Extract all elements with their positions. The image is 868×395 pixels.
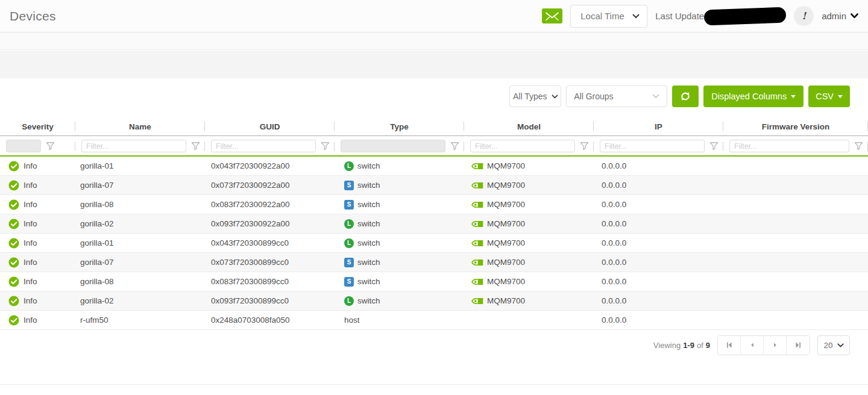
model-cell: MQM9700 [464,291,594,310]
severity-cell: Info [0,214,75,233]
check-circle-icon [8,296,19,306]
nvidia-logo-icon [471,278,483,286]
page-title: Devices [10,9,56,23]
spine-badge: S [344,181,354,190]
column-header-ip[interactable]: IP [594,117,723,135]
filter-cell-ip [594,137,723,155]
ip-cell: 0.0.0.0 [594,176,723,194]
csv-export-button[interactable]: CSV [808,86,850,107]
user-menu[interactable]: admin [822,11,858,21]
check-circle-icon [8,276,19,287]
ip-filter-input[interactable] [600,140,705,152]
column-header-type[interactable]: Type [335,117,464,135]
page-size-select[interactable]: 20 [817,335,850,355]
csv-label: CSV [816,92,834,101]
next-page-button[interactable] [764,336,787,355]
type-filter-value: All Types [513,92,547,101]
name-filter-input[interactable] [81,140,186,152]
displayed-columns-button[interactable]: Displayed Columns [703,86,804,107]
guid-cell: 0x043f720300922a00 [205,157,335,175]
ip-cell: 0.0.0.0 [594,234,723,252]
column-header-severity[interactable]: Severity [0,117,75,135]
first-page-button[interactable] [718,336,741,355]
device-row[interactable]: Infogorilla-020x093f720300899cc0LswitchM… [0,291,868,311]
mail-button[interactable] [542,8,562,23]
type-filter-select[interactable]: All Types [509,86,561,107]
column-header-firmware[interactable]: Firmware Version [723,117,868,135]
device-row[interactable]: Infogorilla-010x043f720300899cc0LswitchM… [0,234,868,253]
model-filter-input[interactable] [470,140,575,152]
check-circle-icon [8,180,19,191]
firmware-cell [723,195,868,214]
spine-badge: S [344,258,354,267]
devices-page: Devices Local Time Last Update [0,0,868,395]
firmware-cell [723,214,868,233]
model-label: MQM9700 [487,200,525,209]
guid-filter-input[interactable] [211,140,316,152]
filter-funnel-icon[interactable] [191,142,200,151]
model-cell: MQM9700 [464,253,594,272]
type-label: switch [357,238,380,247]
prev-page-button[interactable] [741,336,764,355]
mail-icon [544,11,560,22]
ip-cell: 0.0.0.0 [594,291,723,310]
severity-label: Info [24,296,37,305]
device-row[interactable]: Infogorilla-020x093f720300922a00LswitchM… [0,214,868,234]
filter-funnel-icon[interactable] [450,142,459,151]
leaf-badge: L [344,161,354,171]
type-cell: Lswitch [335,214,464,233]
first-page-icon [726,341,733,349]
help-button[interactable]: ! [794,6,814,26]
device-row[interactable]: Infogorilla-080x083f720300922a00SswitchM… [0,195,868,214]
firmware-cell [723,311,868,329]
guid-cell: 0x073f720300899cc0 [205,253,335,272]
filter-funnel-icon[interactable] [580,142,589,151]
column-header-name[interactable]: Name [75,117,205,135]
device-row[interactable]: Infogorilla-070x073f720300899cc0SswitchM… [0,253,868,272]
filter-funnel-icon[interactable] [321,142,330,151]
severity-cell: Info [0,253,75,272]
group-filter-select[interactable]: All Groups [566,86,667,107]
leaf-badge: L [344,219,354,229]
model-cell: MQM9700 [464,157,594,175]
severity-label: Info [24,181,37,190]
check-circle-icon [8,199,19,210]
displayed-columns-label: Displayed Columns [711,92,787,101]
name-cell: gorilla-07 [75,176,205,194]
device-row[interactable]: Infor-ufm500x248a0703008fa050host0.0.0.0 [0,311,868,330]
refresh-icon [680,91,691,102]
severity-cell: Info [0,311,75,329]
filter-cell-guid [205,137,335,155]
table-header-row: Severity Name GUID Type Model IP Firmwar… [0,117,868,136]
last-page-button[interactable] [787,336,810,355]
device-row[interactable]: Infogorilla-080x083f720300899cc0SswitchM… [0,272,868,291]
model-cell [464,311,594,329]
filter-funnel-icon[interactable] [854,142,863,151]
firmware-filter-input[interactable] [729,140,849,152]
device-row[interactable]: Infogorilla-010x043f720300922a00LswitchM… [0,157,868,176]
type-label: switch [357,296,380,305]
severity-label: Info [24,316,37,325]
severity-label: Info [24,200,37,209]
ip-cell: 0.0.0.0 [594,157,723,175]
column-header-guid[interactable]: GUID [205,117,335,135]
chevron-down-icon [552,95,558,99]
timezone-select[interactable]: Local Time [570,5,647,28]
refresh-button[interactable] [672,86,699,107]
column-header-model[interactable]: Model [464,117,594,135]
type-filter-disabled [341,140,445,152]
leaf-badge: L [344,238,354,248]
viewing-of-label: of [697,341,703,350]
guid-cell: 0x248a0703008fa050 [205,311,335,329]
table-body: Infogorilla-010x043f720300922a00LswitchM… [0,155,868,330]
app-header: Devices Local Time Last Update [0,0,868,33]
filter-cell-firmware [723,137,868,155]
severity-cell: Info [0,195,75,214]
type-cell: Lswitch [335,291,464,310]
name-cell: gorilla-02 [75,214,205,233]
device-row[interactable]: Infogorilla-070x073f720300922a00SswitchM… [0,176,868,195]
filter-funnel-icon[interactable] [46,142,55,151]
ip-cell: 0.0.0.0 [594,311,723,329]
filter-funnel-icon[interactable] [709,142,719,151]
name-cell: gorilla-01 [75,157,205,175]
